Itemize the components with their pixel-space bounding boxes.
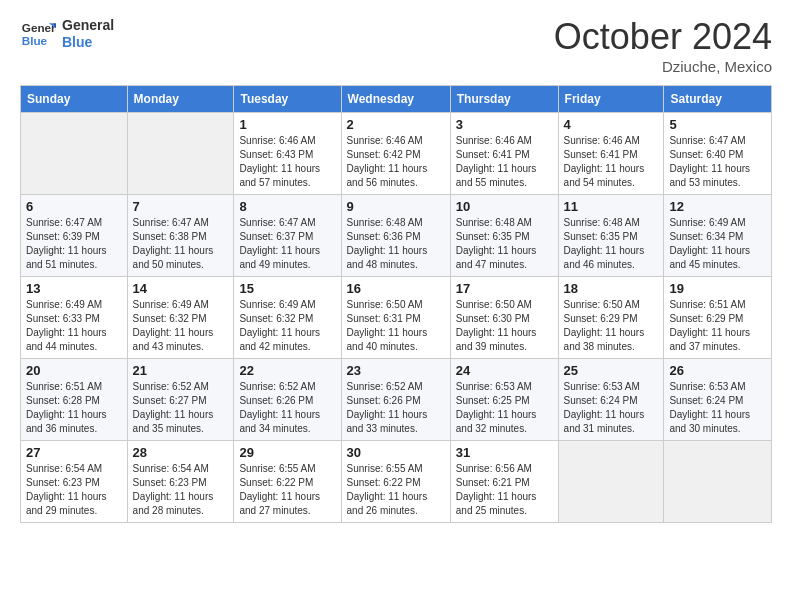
- calendar-cell: [127, 113, 234, 195]
- title-block: October 2024 Dziuche, Mexico: [554, 16, 772, 75]
- logo: General Blue General Blue: [20, 16, 114, 52]
- day-info: Sunrise: 6:46 AM Sunset: 6:41 PM Dayligh…: [564, 134, 659, 190]
- day-info: Sunrise: 6:50 AM Sunset: 6:30 PM Dayligh…: [456, 298, 553, 354]
- day-info: Sunrise: 6:52 AM Sunset: 6:26 PM Dayligh…: [347, 380, 445, 436]
- day-of-week-tuesday: Tuesday: [234, 86, 341, 113]
- day-number: 4: [564, 117, 659, 132]
- day-number: 22: [239, 363, 335, 378]
- day-number: 25: [564, 363, 659, 378]
- day-info: Sunrise: 6:48 AM Sunset: 6:36 PM Dayligh…: [347, 216, 445, 272]
- day-number: 7: [133, 199, 229, 214]
- calendar-cell: 18Sunrise: 6:50 AM Sunset: 6:29 PM Dayli…: [558, 277, 664, 359]
- day-info: Sunrise: 6:53 AM Sunset: 6:24 PM Dayligh…: [564, 380, 659, 436]
- day-number: 8: [239, 199, 335, 214]
- day-info: Sunrise: 6:49 AM Sunset: 6:32 PM Dayligh…: [133, 298, 229, 354]
- day-info: Sunrise: 6:49 AM Sunset: 6:34 PM Dayligh…: [669, 216, 766, 272]
- day-number: 20: [26, 363, 122, 378]
- day-info: Sunrise: 6:53 AM Sunset: 6:24 PM Dayligh…: [669, 380, 766, 436]
- calendar-cell: 2Sunrise: 6:46 AM Sunset: 6:42 PM Daylig…: [341, 113, 450, 195]
- day-number: 12: [669, 199, 766, 214]
- calendar-cell: 28Sunrise: 6:54 AM Sunset: 6:23 PM Dayli…: [127, 441, 234, 523]
- day-of-week-wednesday: Wednesday: [341, 86, 450, 113]
- day-of-week-thursday: Thursday: [450, 86, 558, 113]
- calendar-cell: 31Sunrise: 6:56 AM Sunset: 6:21 PM Dayli…: [450, 441, 558, 523]
- calendar-week-5: 27Sunrise: 6:54 AM Sunset: 6:23 PM Dayli…: [21, 441, 772, 523]
- day-number: 19: [669, 281, 766, 296]
- calendar-cell: 10Sunrise: 6:48 AM Sunset: 6:35 PM Dayli…: [450, 195, 558, 277]
- logo-blue-text: Blue: [62, 34, 114, 51]
- calendar-cell: [558, 441, 664, 523]
- day-number: 27: [26, 445, 122, 460]
- calendar-cell: 15Sunrise: 6:49 AM Sunset: 6:32 PM Dayli…: [234, 277, 341, 359]
- calendar-cell: 25Sunrise: 6:53 AM Sunset: 6:24 PM Dayli…: [558, 359, 664, 441]
- svg-text:General: General: [22, 21, 56, 34]
- calendar-cell: 7Sunrise: 6:47 AM Sunset: 6:38 PM Daylig…: [127, 195, 234, 277]
- calendar-cell: 22Sunrise: 6:52 AM Sunset: 6:26 PM Dayli…: [234, 359, 341, 441]
- day-info: Sunrise: 6:47 AM Sunset: 6:40 PM Dayligh…: [669, 134, 766, 190]
- calendar-week-3: 13Sunrise: 6:49 AM Sunset: 6:33 PM Dayli…: [21, 277, 772, 359]
- day-info: Sunrise: 6:49 AM Sunset: 6:33 PM Dayligh…: [26, 298, 122, 354]
- day-info: Sunrise: 6:52 AM Sunset: 6:26 PM Dayligh…: [239, 380, 335, 436]
- day-info: Sunrise: 6:54 AM Sunset: 6:23 PM Dayligh…: [133, 462, 229, 518]
- calendar-cell: [21, 113, 128, 195]
- calendar-cell: 11Sunrise: 6:48 AM Sunset: 6:35 PM Dayli…: [558, 195, 664, 277]
- day-number: 11: [564, 199, 659, 214]
- calendar-header-row: SundayMondayTuesdayWednesdayThursdayFrid…: [21, 86, 772, 113]
- day-number: 29: [239, 445, 335, 460]
- day-number: 15: [239, 281, 335, 296]
- day-info: Sunrise: 6:46 AM Sunset: 6:42 PM Dayligh…: [347, 134, 445, 190]
- day-info: Sunrise: 6:53 AM Sunset: 6:25 PM Dayligh…: [456, 380, 553, 436]
- day-number: 31: [456, 445, 553, 460]
- calendar-cell: 23Sunrise: 6:52 AM Sunset: 6:26 PM Dayli…: [341, 359, 450, 441]
- calendar-cell: 26Sunrise: 6:53 AM Sunset: 6:24 PM Dayli…: [664, 359, 772, 441]
- day-number: 26: [669, 363, 766, 378]
- day-info: Sunrise: 6:50 AM Sunset: 6:31 PM Dayligh…: [347, 298, 445, 354]
- calendar-cell: 5Sunrise: 6:47 AM Sunset: 6:40 PM Daylig…: [664, 113, 772, 195]
- calendar-cell: 20Sunrise: 6:51 AM Sunset: 6:28 PM Dayli…: [21, 359, 128, 441]
- day-info: Sunrise: 6:50 AM Sunset: 6:29 PM Dayligh…: [564, 298, 659, 354]
- day-info: Sunrise: 6:47 AM Sunset: 6:37 PM Dayligh…: [239, 216, 335, 272]
- day-number: 30: [347, 445, 445, 460]
- day-info: Sunrise: 6:51 AM Sunset: 6:28 PM Dayligh…: [26, 380, 122, 436]
- day-of-week-sunday: Sunday: [21, 86, 128, 113]
- calendar-cell: 24Sunrise: 6:53 AM Sunset: 6:25 PM Dayli…: [450, 359, 558, 441]
- calendar-cell: 4Sunrise: 6:46 AM Sunset: 6:41 PM Daylig…: [558, 113, 664, 195]
- calendar-cell: 21Sunrise: 6:52 AM Sunset: 6:27 PM Dayli…: [127, 359, 234, 441]
- day-number: 18: [564, 281, 659, 296]
- calendar-cell: 29Sunrise: 6:55 AM Sunset: 6:22 PM Dayli…: [234, 441, 341, 523]
- calendar-cell: 14Sunrise: 6:49 AM Sunset: 6:32 PM Dayli…: [127, 277, 234, 359]
- header: General Blue General Blue October 2024 D…: [20, 16, 772, 75]
- day-info: Sunrise: 6:54 AM Sunset: 6:23 PM Dayligh…: [26, 462, 122, 518]
- day-number: 28: [133, 445, 229, 460]
- calendar-week-1: 1Sunrise: 6:46 AM Sunset: 6:43 PM Daylig…: [21, 113, 772, 195]
- day-info: Sunrise: 6:56 AM Sunset: 6:21 PM Dayligh…: [456, 462, 553, 518]
- calendar-week-4: 20Sunrise: 6:51 AM Sunset: 6:28 PM Dayli…: [21, 359, 772, 441]
- calendar-cell: 3Sunrise: 6:46 AM Sunset: 6:41 PM Daylig…: [450, 113, 558, 195]
- calendar-cell: 6Sunrise: 6:47 AM Sunset: 6:39 PM Daylig…: [21, 195, 128, 277]
- calendar-cell: 8Sunrise: 6:47 AM Sunset: 6:37 PM Daylig…: [234, 195, 341, 277]
- calendar-cell: 27Sunrise: 6:54 AM Sunset: 6:23 PM Dayli…: [21, 441, 128, 523]
- calendar-cell: 19Sunrise: 6:51 AM Sunset: 6:29 PM Dayli…: [664, 277, 772, 359]
- day-number: 6: [26, 199, 122, 214]
- day-info: Sunrise: 6:48 AM Sunset: 6:35 PM Dayligh…: [564, 216, 659, 272]
- day-info: Sunrise: 6:55 AM Sunset: 6:22 PM Dayligh…: [239, 462, 335, 518]
- calendar-cell: 13Sunrise: 6:49 AM Sunset: 6:33 PM Dayli…: [21, 277, 128, 359]
- day-number: 5: [669, 117, 766, 132]
- calendar-week-2: 6Sunrise: 6:47 AM Sunset: 6:39 PM Daylig…: [21, 195, 772, 277]
- day-number: 24: [456, 363, 553, 378]
- calendar-cell: 12Sunrise: 6:49 AM Sunset: 6:34 PM Dayli…: [664, 195, 772, 277]
- day-number: 2: [347, 117, 445, 132]
- day-info: Sunrise: 6:47 AM Sunset: 6:38 PM Dayligh…: [133, 216, 229, 272]
- calendar-cell: 1Sunrise: 6:46 AM Sunset: 6:43 PM Daylig…: [234, 113, 341, 195]
- month-title: October 2024: [554, 16, 772, 58]
- day-info: Sunrise: 6:55 AM Sunset: 6:22 PM Dayligh…: [347, 462, 445, 518]
- calendar-cell: 17Sunrise: 6:50 AM Sunset: 6:30 PM Dayli…: [450, 277, 558, 359]
- day-of-week-friday: Friday: [558, 86, 664, 113]
- day-number: 14: [133, 281, 229, 296]
- day-info: Sunrise: 6:46 AM Sunset: 6:43 PM Dayligh…: [239, 134, 335, 190]
- day-of-week-monday: Monday: [127, 86, 234, 113]
- day-info: Sunrise: 6:46 AM Sunset: 6:41 PM Dayligh…: [456, 134, 553, 190]
- day-number: 10: [456, 199, 553, 214]
- day-number: 13: [26, 281, 122, 296]
- day-number: 21: [133, 363, 229, 378]
